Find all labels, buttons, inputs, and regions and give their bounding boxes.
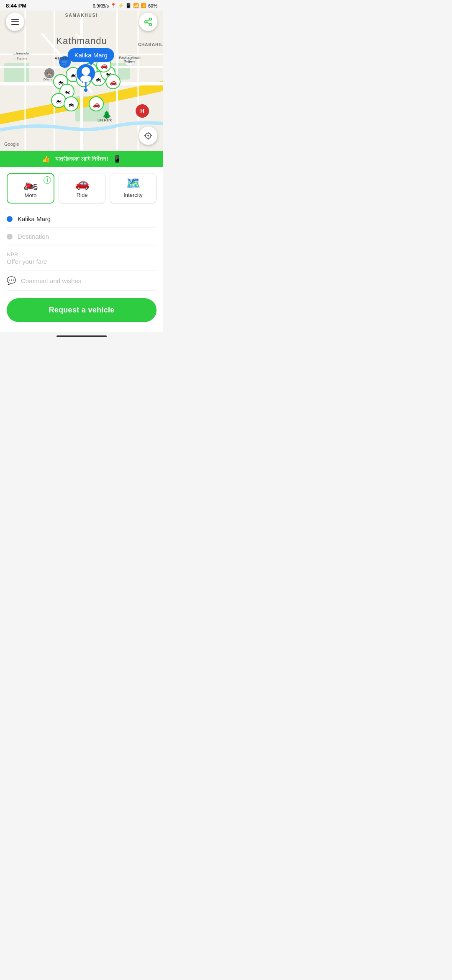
intercity-icon: 🗺️: [126, 178, 141, 189]
location-button[interactable]: [139, 126, 157, 145]
destination-row: [7, 228, 157, 245]
phone-icon: 📱: [113, 155, 121, 163]
svg-line-65: [147, 22, 149, 24]
tab-ride[interactable]: 🚗 Ride: [59, 173, 105, 204]
google-logo: Google: [4, 142, 19, 147]
status-icons: 6.9KB/s 📍 ⚡ 📳 📶 📶 60%: [92, 3, 157, 8]
svg-text:r Square: r Square: [15, 57, 28, 60]
battery: 60%: [148, 3, 157, 8]
fare-row: NPR: [7, 245, 157, 271]
home-indicator: [0, 332, 163, 339]
svg-text:🏍: 🏍: [64, 88, 70, 95]
status-time: 8:44 PM: [6, 3, 26, 9]
info-badge[interactable]: i: [44, 176, 51, 184]
location-icon: 📍: [110, 3, 116, 8]
svg-text:🏍: 🏍: [70, 72, 76, 78]
data-speed: 6.9KB/s: [92, 3, 109, 8]
svg-text:Temple: Temple: [124, 59, 135, 63]
ride-icon: 🚗: [75, 178, 90, 189]
thumb-icon: 👍: [42, 155, 50, 163]
share-button[interactable]: [139, 13, 157, 31]
info-banner: 👍 यात्रीहरूका लागि निर्देशन! 📱: [0, 151, 163, 167]
svg-point-68: [147, 135, 149, 137]
fare-prefix-label: NPR: [7, 251, 18, 258]
svg-text:SAMAKHUSI: SAMAKHUSI: [65, 13, 98, 18]
svg-text:🚗: 🚗: [110, 79, 117, 86]
menu-button[interactable]: [6, 13, 24, 31]
signal-icon: 📶: [133, 3, 139, 8]
form-fields: NPR 💬: [7, 210, 157, 291]
svg-point-61: [84, 88, 87, 92]
fare-input[interactable]: [7, 258, 157, 265]
svg-text:🏍: 🏍: [68, 101, 74, 108]
ride-label: Ride: [77, 192, 88, 198]
svg-text:H: H: [140, 108, 144, 114]
svg-text:🚗: 🚗: [100, 62, 108, 69]
bottom-panel: i 🏍️ Moto 🚗 Ride 🗺️ Intercity NPR: [0, 167, 163, 332]
svg-point-59: [80, 75, 91, 82]
destination-dot: [7, 234, 13, 240]
svg-point-64: [149, 23, 152, 26]
svg-text:UN Park: UN Park: [98, 118, 112, 122]
destination-input[interactable]: [18, 233, 157, 240]
home-bar: [56, 335, 107, 337]
svg-point-63: [145, 21, 147, 23]
svg-text:🏍: 🏍: [95, 76, 101, 83]
bluetooth-icon: ⚡: [118, 3, 124, 8]
svg-line-66: [147, 20, 149, 21]
moto-icon: 🏍️: [23, 178, 38, 190]
map-location-popup: Kalika Marg: [68, 48, 114, 62]
map-view[interactable]: 🛒 🏰 ॐ 🌲 H Asan Bazar Pashupatinath Templ…: [0, 0, 163, 151]
svg-text:Kathmandu: Kathmandu: [56, 36, 107, 46]
request-vehicle-button[interactable]: Request a vehicle: [7, 298, 157, 322]
comment-input[interactable]: [21, 277, 157, 284]
svg-text:🏰: 🏰: [46, 71, 52, 77]
svg-text:Pashupatinath: Pashupatinath: [119, 56, 140, 59]
svg-point-58: [82, 67, 90, 75]
crosshair-icon: [144, 131, 153, 140]
svg-point-62: [149, 18, 152, 21]
svg-text:CHABAHIL: CHABAHIL: [138, 42, 163, 47]
svg-text:...hmandu: ...hmandu: [13, 52, 29, 55]
status-bar: 8:44 PM 6.9KB/s 📍 ⚡ 📳 📶 📶 60%: [0, 0, 163, 10]
banner-text: यात्रीहरूका लागि निर्देशन!: [55, 155, 108, 162]
pickup-row: [7, 210, 157, 228]
vibrate-icon: 📳: [126, 3, 131, 8]
svg-text:🚗: 🚗: [93, 101, 100, 108]
moto-label: Moto: [25, 192, 37, 199]
svg-text:🏍: 🏍: [58, 79, 64, 85]
share-icon: [144, 17, 153, 26]
svg-text:🏍: 🏍: [56, 98, 62, 104]
vehicle-tabs: i 🏍️ Moto 🚗 Ride 🗺️ Intercity: [7, 167, 157, 208]
pickup-input[interactable]: [18, 215, 157, 222]
wifi-icon: 📶: [141, 3, 146, 8]
tab-intercity[interactable]: 🗺️ Intercity: [110, 173, 157, 204]
intercity-label: Intercity: [123, 192, 143, 198]
hamburger-icon: [11, 19, 19, 25]
comment-icon: 💬: [7, 276, 16, 285]
pickup-dot: [7, 216, 13, 222]
comment-row: 💬: [7, 271, 157, 291]
tab-moto[interactable]: i 🏍️ Moto: [7, 173, 54, 204]
